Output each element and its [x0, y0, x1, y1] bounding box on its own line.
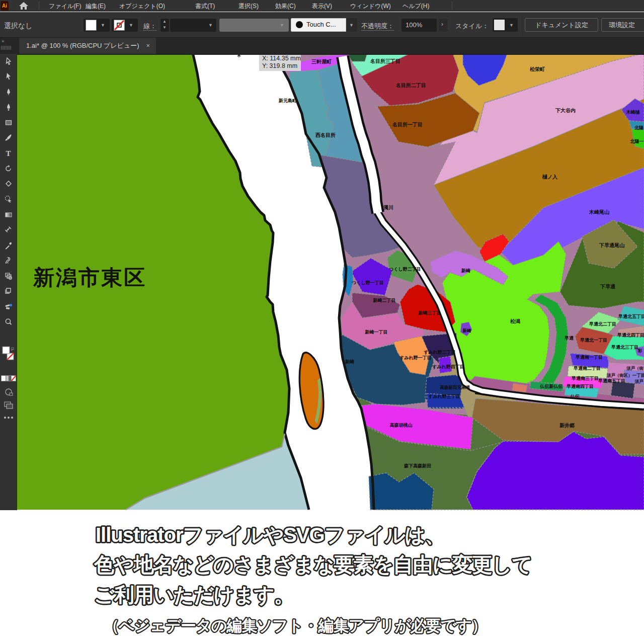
selection-status: 選択なし	[4, 22, 33, 31]
opacity-label: 不透明度：	[361, 22, 394, 31]
gradient-tool[interactable]	[0, 210, 17, 219]
brush-definition-value: Touch C...	[306, 21, 336, 28]
menu-9[interactable]: ヘルプ(H)	[403, 2, 430, 11]
map-label: 下早通尾山	[599, 243, 624, 248]
tab-close-icon[interactable]: ×	[146, 38, 150, 54]
map-label: 北陽一	[630, 139, 644, 144]
artboard-tool[interactable]	[0, 287, 17, 296]
fill-color-control[interactable]: ▼	[84, 19, 110, 32]
menu-6[interactable]: 効果(C)	[275, 2, 296, 11]
paintbrush-tool[interactable]	[0, 133, 17, 142]
map-label: 下大谷内	[555, 108, 576, 113]
map-label: すみれ野二丁目	[423, 350, 456, 355]
map-label: 三軒屋町	[311, 59, 332, 64]
fill-stroke-indicator[interactable]	[0, 346, 17, 366]
map-label: 新井郷	[559, 423, 575, 428]
rotate-tool[interactable]	[0, 164, 17, 173]
variable-width-profile-select[interactable]: ▼	[219, 19, 289, 32]
brush-dot-icon	[296, 21, 303, 28]
map-label: 新崎	[461, 268, 470, 273]
map-label: 西名目所	[315, 132, 336, 138]
menu-7[interactable]: 表示(V)	[312, 2, 332, 11]
twirl-tool[interactable]	[0, 256, 17, 265]
stroke-weight-select[interactable]: ▼	[170, 19, 216, 32]
svg-text:T: T	[6, 149, 11, 157]
map-label: 早通南四丁目	[566, 384, 594, 389]
preferences-button[interactable]: 環境設定	[601, 18, 644, 32]
type-tool[interactable]: T	[0, 149, 17, 158]
fill-swatch[interactable]	[86, 20, 97, 31]
map-label: 新元島町	[278, 98, 297, 103]
map-label: 須戸	[634, 379, 644, 384]
map-label: 下早通	[600, 284, 616, 289]
more-tools-icon[interactable]	[0, 416, 17, 420]
map-label: 早通北四丁目	[617, 333, 644, 338]
map-label: 早通南三丁目	[571, 376, 599, 381]
menu-8[interactable]: ウィンドウ(W)	[350, 2, 391, 11]
caption-line-2: 色や地名などのさまざまな要素を自由に変更して	[94, 553, 532, 576]
rectangle-tool[interactable]	[0, 118, 17, 127]
map-label: つくし野一丁目	[351, 280, 384, 285]
map-label: 早通南二丁目	[573, 366, 601, 371]
curvature-tool[interactable]	[0, 103, 17, 112]
stroke-swatch[interactable]	[114, 20, 125, 31]
shaper-dot-tool[interactable]	[0, 302, 17, 311]
map-label: 須戸（街区）一丁目	[606, 373, 644, 378]
region-area-navy2[interactable]	[611, 381, 635, 398]
illustrator-window: 松栄町下大谷内樋ノ入木崎尾山名目所三丁目名目所二丁目名目所一丁目木崎樋北陽一下早…	[0, 0, 644, 644]
menubar: Ai ファイル(F)編集(E)オブジェクト(O)書式(T)選択(S)効果(C)表…	[0, 0, 644, 12]
brush-definition-chevron[interactable]: ▼	[346, 18, 357, 32]
zoom-tool[interactable]	[0, 317, 17, 327]
draw-mode-icon[interactable]	[0, 387, 17, 396]
map-label: つくし野二丁目	[388, 267, 421, 272]
map-label: 仏伝	[570, 394, 580, 399]
menu-4[interactable]: 書式(T)	[195, 2, 215, 11]
document-setup-button[interactable]: ドキュメント設定	[525, 18, 598, 32]
color-mode-strip[interactable]	[0, 375, 17, 381]
symbol-tool[interactable]	[0, 272, 17, 281]
map-label: 高森胡桃山	[390, 423, 413, 428]
pen-tool[interactable]	[0, 88, 17, 97]
direct-selection-tool[interactable]	[0, 72, 17, 81]
stroke-color-control[interactable]: ▼	[112, 19, 138, 32]
options-bar: 選択なし ▼ ▼ 線： ▲▼ ▼ ▼ Touch C... ▼ 不透明度： 10…	[0, 12, 644, 38]
tools-panel: T	[0, 54, 17, 510]
width-tool[interactable]	[0, 225, 17, 234]
brush-definition-select[interactable]: Touch C...	[291, 18, 346, 32]
map-label: すみれ野一丁目	[399, 355, 432, 361]
map-label: 森下高森新田	[404, 463, 431, 468]
menu-2[interactable]: 編集(E)	[86, 2, 106, 11]
illustrator-app-icon[interactable]: Ai	[1, 1, 9, 11]
map-label: 名目所三丁目	[370, 58, 400, 64]
selection-tool[interactable]	[0, 57, 17, 66]
stroke-weight-stepper[interactable]: ▲▼	[160, 19, 169, 32]
menu-3[interactable]: オブジェクト(O)	[119, 2, 165, 11]
menu-1[interactable]: ファイル(F)	[49, 2, 81, 11]
map-label: 木崎樋	[626, 110, 640, 115]
map-label: 樋ノ入	[542, 174, 558, 180]
ward-title: 新潟市東区	[33, 266, 146, 289]
home-icon[interactable]	[18, 1, 29, 11]
map-label: すみれ野三丁目	[428, 394, 460, 399]
map-label: 新崎	[345, 359, 354, 364]
panel-grip-icon	[1, 45, 11, 51]
map-label: 新崎	[462, 328, 472, 333]
opacity-expand-button[interactable]: ›	[439, 19, 448, 32]
caption-area: IllustratorファイルやSVGファイルは、 色や地名などのさまざまな要素…	[0, 510, 644, 644]
eyedropper-tool[interactable]	[0, 241, 17, 250]
document-tab-title: 1.ai* @ 100 % (RGB/CPU プレビュー)	[26, 42, 139, 49]
lasso-tool[interactable]	[0, 195, 17, 204]
panel-expand-icon[interactable]: »	[2, 38, 5, 44]
caption-line-1: IllustratorファイルやSVGファイルは、	[96, 524, 444, 546]
map-label: 木崎尾山	[589, 209, 609, 215]
style-swatch-control[interactable]: ▼	[493, 18, 518, 32]
style-swatch[interactable]	[494, 20, 505, 30]
opacity-field[interactable]: 100%	[401, 19, 437, 32]
shaper-tool[interactable]	[0, 180, 17, 189]
document-tab[interactable]: 1.ai* @ 100 % (RGB/CPU プレビュー) ×	[19, 38, 156, 54]
menu-5[interactable]: 選択(S)	[238, 2, 259, 11]
style-label: スタイル：	[455, 22, 489, 31]
map-label: 濁川	[383, 205, 393, 210]
screen-mode-icon[interactable]	[0, 401, 17, 410]
map-label: 北陽	[634, 125, 643, 130]
